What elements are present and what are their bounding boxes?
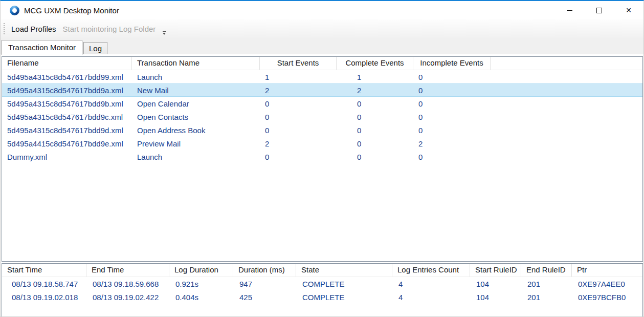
cell-start: 0 xyxy=(260,126,337,135)
detail-row[interactable]: 08/13 09.19.02.01808/13 09.19.02.4220.40… xyxy=(2,290,642,304)
column-header-start-time[interactable]: Start Time xyxy=(2,264,86,277)
cell-duration-ms: 947 xyxy=(233,280,296,288)
cell-filename: 5d495a4415c8d547617bdd9e.xml xyxy=(2,139,132,148)
toolbar-overflow-button[interactable] xyxy=(161,31,168,35)
cell-complete: 1 xyxy=(337,73,413,81)
column-header-complete-events[interactable]: Complete Events xyxy=(337,57,413,70)
column-header-end-time[interactable]: End Time xyxy=(86,264,169,277)
column-header-log-entries-count[interactable]: Log Entries Count xyxy=(392,264,470,277)
details-header: Start TimeEnd TimeLog DurationDuration (… xyxy=(2,264,642,277)
tab-strip: Transaction Monitor Log xyxy=(1,38,643,54)
maximize-icon xyxy=(596,8,602,13)
transactions-body: 5d495a4315c8d547617bdd99.xmlLaunch1105d4… xyxy=(2,70,642,163)
detail-row[interactable]: 08/13 09.18.58.74708/13 09.18.59.6680.92… xyxy=(2,277,642,290)
cell-transaction: Open Contacts xyxy=(132,113,260,121)
app-window: MCG UXM Desktop Monitor ✕ Load Profiles … xyxy=(0,0,644,317)
transaction-row[interactable]: 5d495a4315c8d547617bdd9d.xmlOpen Address… xyxy=(2,123,642,137)
cell-complete: 0 xyxy=(337,153,413,161)
details-body: 08/13 09.18.58.74708/13 09.18.59.6680.92… xyxy=(2,277,642,304)
cell-filename: 5d495a4315c8d547617bdd9b.xml xyxy=(2,99,132,108)
column-header-ptr[interactable]: Ptr xyxy=(572,264,642,277)
transaction-row[interactable]: 5d495a4315c8d547617bdd9c.xmlOpen Contact… xyxy=(2,110,642,123)
cell-start-time: 08/13 09.19.02.018 xyxy=(2,293,86,302)
cell-incomplete: 0 xyxy=(413,113,491,121)
cell-start: 2 xyxy=(260,86,337,95)
load-profiles-button[interactable]: Load Profiles xyxy=(8,25,59,33)
column-header-state[interactable]: State xyxy=(296,264,392,277)
column-header-start-events[interactable]: Start Events xyxy=(260,57,337,70)
minimize-icon xyxy=(567,10,572,11)
cell-state: COMPLETE xyxy=(296,280,392,288)
cell-complete: 2 xyxy=(337,86,413,95)
cell-complete: 0 xyxy=(337,113,413,121)
cell-incomplete: 0 xyxy=(413,126,491,135)
column-header-filler xyxy=(491,57,642,70)
cell-start: 2 xyxy=(260,139,337,148)
column-header-log-duration[interactable]: Log Duration xyxy=(169,264,233,277)
cell-filename: 5d495a4315c8d547617bdd9c.xml xyxy=(2,113,132,121)
window-controls: ✕ xyxy=(554,1,643,19)
cell-filename: Dummy.xml xyxy=(2,153,132,161)
column-header-start-ruleid[interactable]: Start RuleID xyxy=(470,264,521,277)
transaction-row[interactable]: 5d495a4315c8d547617bdd9b.xmlOpen Calenda… xyxy=(2,97,642,110)
close-button[interactable]: ✕ xyxy=(614,1,643,19)
minimize-button[interactable] xyxy=(554,1,584,19)
title-bar: MCG UXM Desktop Monitor ✕ xyxy=(1,1,643,19)
transaction-row[interactable]: 5d495a4415c8d547617bdd9e.xmlPreview Mail… xyxy=(2,137,642,150)
cell-start-time: 08/13 09.18.58.747 xyxy=(2,280,86,288)
details-grid: Start TimeEnd TimeLog DurationDuration (… xyxy=(2,263,643,317)
window-title: MCG UXM Desktop Monitor xyxy=(24,6,119,15)
transaction-row[interactable]: Dummy.xmlLaunch000 xyxy=(2,150,642,163)
cell-start-ruleid: 104 xyxy=(470,293,521,302)
cell-complete: 0 xyxy=(337,139,413,148)
cell-transaction: Open Address Book xyxy=(132,126,260,135)
cell-log-duration: 0.921s xyxy=(169,280,233,288)
column-header-incomplete-events[interactable]: Incomplete Events xyxy=(413,57,491,70)
close-icon: ✕ xyxy=(626,7,632,14)
cell-incomplete: 0 xyxy=(413,99,491,108)
cell-filename: 5d495a4315c8d547617bdd99.xml xyxy=(2,73,132,81)
cell-transaction: Launch xyxy=(132,153,260,161)
cell-transaction: Launch xyxy=(132,73,260,81)
cell-ptr: 0XE97BCFB0 xyxy=(572,293,642,302)
cell-state: COMPLETE xyxy=(296,293,392,302)
app-icon[interactable] xyxy=(10,6,19,15)
column-header-filename[interactable]: Filename xyxy=(2,57,132,70)
toolbar: Load Profiles Start mointoring Log Folde… xyxy=(1,19,643,38)
cell-start-ruleid: 104 xyxy=(470,280,521,288)
transactions-grid: FilenameTransaction NameStart EventsComp… xyxy=(2,56,643,262)
cell-transaction: New Mail xyxy=(132,86,260,95)
tab-transaction-monitor[interactable]: Transaction Monitor xyxy=(2,40,82,55)
chevron-down-icon xyxy=(163,33,166,35)
cell-filename: 5d495a4315c8d547617bdd9a.xml xyxy=(2,86,132,95)
cell-end-time: 08/13 09.19.02.422 xyxy=(86,293,169,302)
column-header-end-ruleid[interactable]: End RuleID xyxy=(521,264,572,277)
cell-transaction: Open Calendar xyxy=(132,99,260,108)
cell-incomplete: 0 xyxy=(413,73,491,81)
transaction-row[interactable]: 5d495a4315c8d547617bdd99.xmlLaunch110 xyxy=(2,70,642,83)
cell-log-entries-count: 4 xyxy=(392,280,470,288)
cell-ptr: 0XE97A4EE0 xyxy=(572,280,642,288)
start-monitoring-log-folder-button[interactable]: Start mointoring Log Folder xyxy=(60,25,159,33)
overflow-line-icon xyxy=(163,31,166,32)
cell-incomplete: 2 xyxy=(413,139,491,148)
column-header-transaction-name[interactable]: Transaction Name xyxy=(132,57,260,70)
transactions-header: FilenameTransaction NameStart EventsComp… xyxy=(2,57,642,70)
cell-complete: 0 xyxy=(337,126,413,135)
cell-start: 1 xyxy=(260,73,337,81)
cell-filename: 5d495a4315c8d547617bdd9d.xml xyxy=(2,126,132,135)
maximize-button[interactable] xyxy=(584,1,614,19)
toolbar-grip-handle[interactable] xyxy=(4,23,5,34)
cell-incomplete: 0 xyxy=(413,86,491,95)
cell-end-ruleid: 201 xyxy=(521,293,572,302)
cell-log-entries-count: 4 xyxy=(392,293,470,302)
cell-end-ruleid: 201 xyxy=(521,280,572,288)
cell-start: 0 xyxy=(260,153,337,161)
cell-complete: 0 xyxy=(337,99,413,108)
cell-start: 0 xyxy=(260,113,337,121)
cell-transaction: Preview Mail xyxy=(132,139,260,148)
column-header-duration-ms[interactable]: Duration (ms) xyxy=(233,264,296,277)
transaction-row[interactable]: 5d495a4315c8d547617bdd9a.xmlNew Mail220 xyxy=(2,83,642,97)
tab-log[interactable]: Log xyxy=(83,42,107,54)
cell-duration-ms: 425 xyxy=(233,293,296,302)
